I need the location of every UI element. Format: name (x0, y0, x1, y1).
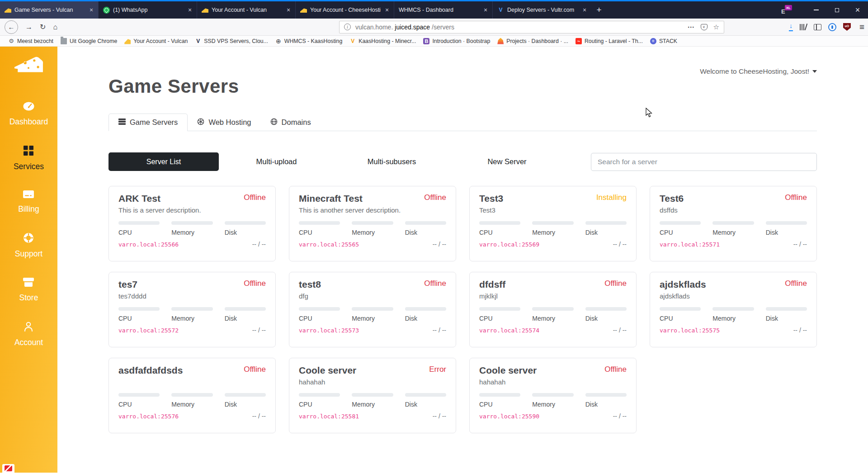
close-button[interactable]: × (847, 1, 868, 19)
tab-favicon (5, 7, 11, 13)
reload-button[interactable]: ↻ (40, 23, 46, 31)
disk-usage-bar (766, 221, 807, 225)
disk-label: Disk (225, 229, 266, 236)
back-button[interactable]: ← (5, 20, 18, 34)
browser-tab[interactable]: Game Servers - Vulcan × (0, 1, 99, 19)
library-icon[interactable] (800, 24, 807, 31)
menu-icon[interactable]: ≡ (859, 22, 864, 32)
onepassword-icon[interactable] (828, 23, 836, 31)
server-address[interactable]: varro.local:25572 (118, 327, 179, 334)
disk-label: Disk (405, 401, 446, 408)
memory-label: Memory (532, 229, 573, 236)
bookmarks-bar: Meest bezocht Uit Google Chrome Your Acc… (0, 36, 868, 47)
browser-tab[interactable]: Your Account - Vulcan × (197, 1, 296, 19)
bookmark-item[interactable]: Meest bezocht (5, 38, 57, 44)
player-count: -- / -- (252, 241, 266, 248)
tab-close-icon[interactable]: × (482, 6, 489, 14)
server-address[interactable]: varro.local:25574 (479, 327, 539, 334)
multi-subusers-link[interactable]: Multi-subusers (334, 157, 449, 166)
new-tab-button[interactable]: + (591, 1, 607, 19)
server-card[interactable]: Coole server Offline hahahah CPU Memory (469, 358, 637, 433)
cheese-logo-icon[interactable] (14, 55, 44, 76)
server-status-badge: Installing (596, 193, 627, 202)
page-actions-icon[interactable]: ⋯ (688, 23, 695, 31)
bookmark-item[interactable]: Projects · Dashboard · ... (494, 38, 572, 44)
multi-upload-link[interactable]: Multi-upload (219, 157, 334, 166)
tab-close-icon[interactable]: × (581, 6, 588, 14)
bookmark-item[interactable]: Your Account - Vulcan (121, 38, 191, 44)
tab-close-icon[interactable]: × (186, 6, 193, 14)
ublock-icon[interactable] (843, 23, 851, 31)
bookmark-item[interactable]: STACK (646, 38, 681, 44)
server-card[interactable]: Minecraft Test Offline This is another s… (289, 186, 456, 261)
player-count: -- / -- (433, 241, 446, 248)
tab-game-servers[interactable]: Game Servers (108, 114, 188, 131)
server-card[interactable]: ARK Test Offline This is a server descri… (108, 186, 276, 261)
sidebar-item-support[interactable]: Support (15, 233, 42, 259)
tab-web-hosting[interactable]: Web Hosting (188, 114, 260, 131)
memory-label: Memory (352, 401, 393, 408)
browser-tab[interactable]: WHMCS - Dashboard × (394, 1, 493, 19)
restore-button[interactable] (826, 1, 847, 19)
server-metrics: CPU Memory Disk (479, 221, 627, 236)
sidebar-item-services[interactable]: Services (14, 146, 44, 171)
bookmark-item[interactable]: Uit Google Chrome (57, 38, 121, 44)
server-address[interactable]: varro.local:25576 (118, 413, 179, 420)
sidebar-item-account[interactable]: Account (14, 322, 43, 347)
bookmark-star-icon[interactable]: ☆ (713, 23, 719, 31)
xl-extension-icon[interactable]: E XL (781, 5, 792, 15)
sidebar-item-dashboard[interactable]: Dashboard (9, 102, 48, 127)
bookmark-item[interactable]: WHMCS - KaasHosting (272, 38, 346, 44)
server-address[interactable]: varro.local:25573 (299, 327, 359, 334)
sidebar-item-label: Billing (18, 204, 39, 214)
server-address[interactable]: varro.local:25590 (479, 413, 539, 420)
home-button[interactable]: ⌂ (53, 23, 57, 31)
server-address[interactable]: varro.local:25571 (660, 241, 720, 248)
server-card[interactable]: Test6 Offline dsffds CPU Memory (650, 186, 817, 261)
cpu-usage-bar (479, 307, 520, 311)
server-card[interactable]: ajdskflads Offline ajdskflads CPU Memory (650, 272, 817, 347)
disk-usage-bar (585, 393, 627, 397)
server-card[interactable]: test8 Offline dfg CPU Memory (289, 272, 456, 347)
memory-usage-bar (352, 307, 393, 311)
tab-close-icon[interactable]: × (383, 6, 391, 14)
search-input[interactable] (591, 153, 817, 171)
downloads-icon[interactable]: ↓ (789, 23, 793, 31)
browser-tab[interactable]: (1) WhatsApp × (99, 1, 197, 19)
server-address[interactable]: varro.local:25581 (299, 413, 359, 420)
site-info-icon[interactable]: i (344, 24, 351, 30)
server-address[interactable]: varro.local:25575 (660, 327, 720, 334)
metric-disk: Disk (405, 307, 446, 322)
tab-close-icon[interactable]: × (285, 6, 292, 14)
forward-button[interactable]: → (25, 23, 33, 31)
server-card[interactable]: dfdsff Offline mjklkjl CPU Memory (469, 272, 637, 347)
server-card[interactable]: Coole server Error hahahah CPU Memory (289, 358, 456, 433)
server-address[interactable]: varro.local:25569 (479, 241, 539, 248)
memory-label: Memory (712, 315, 754, 322)
bookmark-item[interactable]: SSD VPS Servers, Clou... (191, 38, 271, 44)
sidebar-item-label: Store (19, 293, 38, 303)
bookmark-item[interactable]: Introduction · Bootstrap (420, 38, 494, 44)
server-card[interactable]: asdfafdafdsds Offline CPU Memory (108, 358, 276, 433)
metric-memory: Memory (171, 221, 212, 236)
server-card[interactable]: tes7 Offline tes7dddd CPU Memory (108, 272, 276, 347)
tab-domains[interactable]: Domains (261, 114, 321, 131)
url-bar[interactable]: i vulcan.home.juiced.space/servers ⋯ ☆ (339, 21, 724, 33)
account-dropdown[interactable]: Welcome to CheeseHosting, Joost! (700, 67, 817, 76)
minimize-button[interactable] (806, 1, 826, 19)
server-address[interactable]: varro.local:25565 (299, 241, 359, 248)
browser-tab[interactable]: Your Account - CheeseHosting × (296, 1, 394, 19)
server-address[interactable]: varro.local:25566 (118, 241, 179, 248)
server-status-badge: Offline (244, 193, 266, 202)
tab-close-icon[interactable]: × (88, 6, 95, 14)
sidebar-item-billing[interactable]: Billing (18, 190, 39, 214)
pocket-icon[interactable] (701, 24, 708, 30)
sidebar-item-store[interactable]: Store (19, 278, 38, 303)
bookmark-item[interactable]: KaasHosting - Minecr... (346, 38, 420, 44)
server-card[interactable]: Test3 Installing Test3 CPU Memory (469, 186, 637, 261)
sidebar-toggle-icon[interactable] (814, 24, 821, 30)
server-list-button[interactable]: Server List (108, 152, 219, 171)
bookmark-item[interactable]: Routing - Laravel - Th... (572, 38, 646, 44)
new-server-link[interactable]: New Server (449, 157, 565, 166)
browser-tab[interactable]: Deploy Servers - Vultr.com × (493, 1, 591, 19)
